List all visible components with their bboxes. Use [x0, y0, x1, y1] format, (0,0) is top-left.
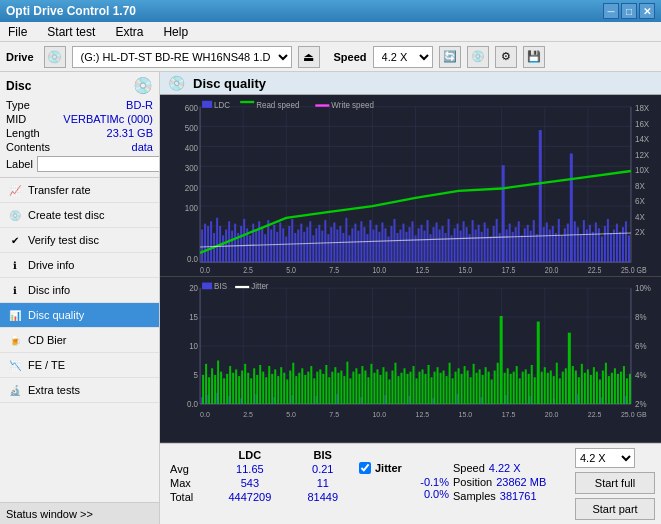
- svg-text:300: 300: [185, 162, 199, 173]
- jitter-section: Jitter -0.1% 0.0%: [359, 462, 449, 500]
- svg-rect-335: [504, 373, 506, 404]
- svg-rect-26: [216, 218, 218, 262]
- sidebar-item-extra-tests[interactable]: 🔬 Extra tests: [0, 378, 159, 403]
- svg-rect-272: [313, 379, 315, 405]
- svg-rect-278: [331, 372, 333, 404]
- menu-extra[interactable]: Extra: [111, 24, 147, 40]
- start-full-button[interactable]: Start full: [575, 472, 655, 494]
- svg-rect-352: [556, 363, 558, 404]
- svg-rect-307: [419, 372, 421, 404]
- svg-rect-332: [494, 371, 496, 404]
- eject-button[interactable]: ⏏: [298, 46, 320, 68]
- svg-rect-115: [484, 222, 486, 262]
- svg-text:5: 5: [194, 370, 199, 381]
- svg-rect-151: [595, 222, 597, 262]
- disc-label-input[interactable]: [37, 156, 160, 172]
- svg-rect-282: [343, 376, 345, 404]
- svg-rect-117: [490, 236, 492, 262]
- stats-header-bis: BIS: [291, 448, 355, 462]
- svg-rect-334: [500, 316, 503, 404]
- svg-rect-132: [536, 234, 538, 262]
- sidebar-item-verify-test-disc[interactable]: ✔ Verify test disc: [0, 228, 159, 253]
- start-part-button[interactable]: Start part: [575, 498, 655, 520]
- disc-quality-title: Disc quality: [193, 76, 266, 91]
- svg-rect-116: [487, 228, 489, 262]
- svg-rect-92: [415, 235, 417, 262]
- svg-rect-80: [378, 232, 380, 262]
- svg-rect-265: [292, 363, 294, 404]
- svg-text:500: 500: [185, 123, 199, 134]
- svg-rect-333: [497, 363, 499, 404]
- drive-icon-button[interactable]: 💿: [44, 46, 66, 68]
- svg-text:25.0 GB: 25.0 GB: [621, 410, 647, 419]
- jitter-checkbox[interactable]: [359, 462, 371, 474]
- sidebar-item-create-test-disc[interactable]: 💿 Create test disc: [0, 203, 159, 228]
- stats-max-label: Max: [166, 476, 209, 490]
- svg-rect-303: [406, 374, 408, 404]
- svg-rect-126: [518, 221, 520, 262]
- svg-rect-68: [342, 233, 344, 262]
- stats-total-ldc: 4447209: [209, 490, 290, 504]
- svg-rect-141: [564, 228, 566, 262]
- svg-rect-325: [473, 364, 475, 404]
- save-button[interactable]: 💾: [523, 46, 545, 68]
- svg-rect-54: [300, 224, 302, 263]
- svg-rect-273: [316, 372, 318, 404]
- svg-rect-270: [307, 372, 309, 404]
- disc-button[interactable]: 💿: [467, 46, 489, 68]
- svg-rect-28: [222, 235, 224, 262]
- menu-start-test[interactable]: Start test: [43, 24, 99, 40]
- svg-rect-245: [232, 373, 234, 404]
- speed-label: Speed: [334, 51, 367, 63]
- sidebar-item-disc-info-label: Disc info: [28, 284, 70, 296]
- status-window-button[interactable]: Status window >>: [0, 502, 159, 524]
- svg-rect-285: [352, 372, 354, 404]
- svg-rect-277: [328, 377, 330, 404]
- svg-text:2X: 2X: [635, 227, 645, 238]
- svg-text:Read speed: Read speed: [256, 99, 299, 110]
- svg-text:15.0: 15.0: [459, 265, 473, 275]
- close-button[interactable]: ✕: [639, 3, 655, 19]
- sidebar-item-cd-bier[interactable]: 🍺 CD Bier: [0, 328, 159, 353]
- svg-text:400: 400: [185, 143, 199, 154]
- sidebar-item-disc-quality[interactable]: 📊 Disc quality: [0, 303, 159, 328]
- jitter-label: Jitter: [375, 462, 402, 474]
- sidebar-item-disc-info[interactable]: ℹ Disc info: [0, 278, 159, 303]
- menu-help[interactable]: Help: [159, 24, 192, 40]
- svg-rect-308: [422, 370, 424, 405]
- svg-text:12.5: 12.5: [416, 265, 430, 275]
- svg-text:0.0: 0.0: [200, 265, 210, 275]
- svg-rect-316: [446, 376, 448, 404]
- right-panel: 💿 Disc quality: [160, 72, 661, 524]
- stats-avg-ldc: 11.65: [209, 462, 290, 476]
- sidebar-item-drive-info[interactable]: ℹ Drive info: [0, 253, 159, 278]
- maximize-button[interactable]: □: [621, 3, 637, 19]
- svg-rect-300: [397, 376, 399, 404]
- svg-rect-143: [570, 153, 573, 262]
- svg-text:4%: 4%: [635, 370, 647, 381]
- svg-rect-281: [340, 371, 342, 404]
- action-buttons: 4.2 X Start full Start part: [575, 448, 655, 520]
- speed-dropdown[interactable]: 4.2 X: [575, 448, 635, 468]
- svg-rect-345: [534, 377, 536, 404]
- svg-rect-313: [437, 367, 439, 404]
- sidebar-item-fe-te[interactable]: 📉 FE / TE: [0, 353, 159, 378]
- refresh-button[interactable]: 🔄: [439, 46, 461, 68]
- drive-select[interactable]: (G:) HL-DT-ST BD-RE WH16NS48 1.D3: [72, 46, 292, 68]
- disc-contents-row: Contents data: [6, 141, 153, 153]
- minimize-button[interactable]: ─: [603, 3, 619, 19]
- settings-button[interactable]: ⚙: [495, 46, 517, 68]
- svg-rect-79: [375, 225, 377, 262]
- svg-rect-247: [238, 376, 240, 404]
- svg-rect-98: [433, 227, 435, 262]
- svg-rect-361: [584, 373, 586, 404]
- svg-rect-21: [201, 229, 203, 262]
- speed-select[interactable]: 4.2 X: [373, 46, 433, 68]
- sidebar-item-transfer-rate[interactable]: 📈 Transfer rate: [0, 178, 159, 203]
- svg-rect-250: [247, 373, 249, 404]
- sidebar-item-verify-test-disc-label: Verify test disc: [28, 234, 99, 246]
- menu-file[interactable]: File: [4, 24, 31, 40]
- svg-text:5.0: 5.0: [286, 265, 296, 275]
- svg-rect-72: [354, 224, 356, 263]
- disc-label-key: Label: [6, 158, 33, 170]
